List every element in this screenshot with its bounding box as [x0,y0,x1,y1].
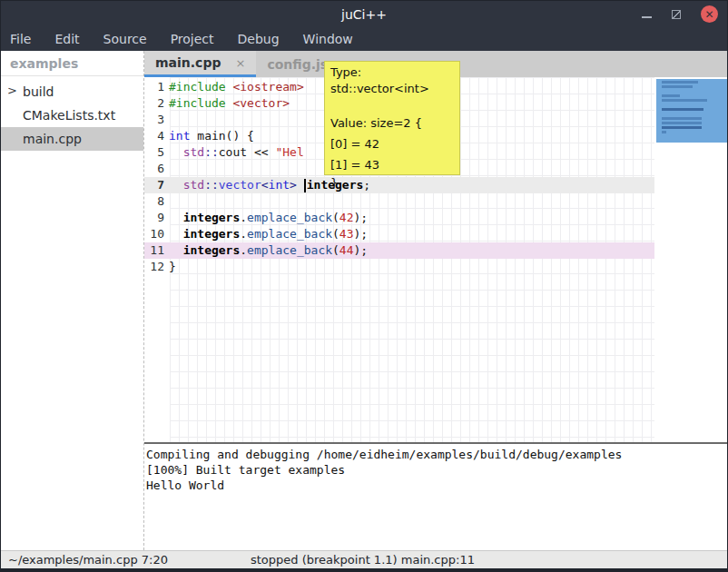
code-line-9[interactable]: 9 integers.emplace_back(42); [144,210,654,226]
menu-item-project[interactable]: Project [159,32,226,46]
titlebar: juCi++ ✕ [1,1,727,27]
text-cursor [304,179,306,192]
line-number[interactable]: 9 [144,210,169,226]
line-number[interactable]: 1 [144,79,169,95]
minimap-line [662,122,702,124]
menu-bar: FileEditSourceProjectDebugWindow [1,27,727,51]
menu-item-window[interactable]: Window [291,32,365,46]
file-tree: >buildCMakeLists.txtmain.cpp [1,76,143,151]
minimap-line [662,99,707,102]
minimize-icon[interactable] [642,16,652,18]
sidebar-item-label: main.cpp [23,132,82,146]
minimap-line [662,81,698,84]
sidebar-item-main-cpp[interactable]: main.cpp [1,127,143,151]
line-number[interactable]: 12 [144,259,169,275]
sidebar-item-label: CMakeLists.txt [23,108,115,123]
minimap-line [662,94,680,97]
code-text: integers.emplace_back(44); [169,242,654,259]
line-number[interactable]: 2 [144,95,169,112]
expander-chevron-icon[interactable]: > [7,84,17,97]
minimap-line [662,126,702,129]
window-controls: ✕ [642,1,718,27]
minimap-line [662,117,702,120]
code-line-10[interactable]: 10 integers.emplace_back(43); [144,226,654,242]
minimap-line [662,108,703,111]
restore-icon[interactable] [672,10,681,19]
sidebar-item-label: build [23,84,54,99]
line-number[interactable]: 5 [144,144,169,161]
code-line-11[interactable]: 11 integers.emplace_back(44); [144,242,654,259]
tooltip-value-line: [1] = 43 [330,154,454,175]
line-number[interactable]: 7 [144,177,169,193]
tooltip-value-line: [0] = 42 [330,133,454,154]
code-text: } [169,259,654,275]
line-number[interactable]: 11 [144,242,169,259]
tooltip-values: Value: size=2 { [0] = 42 [1] = 43 [330,113,454,175]
status-bar: ~/examples/main.cpp 7:20 stopped (breakp… [1,550,727,568]
minimap-line [662,131,666,133]
window-bottom-edge [1,568,727,571]
juci-window: juCi++ ✕ FileEditSourceProjectDebugWindo… [0,0,728,572]
tooltip-type: Type: std::vector<int> [330,64,454,97]
minimap-line [662,85,693,88]
terminal-line: Hello World [146,478,727,493]
line-number[interactable]: 10 [144,226,169,242]
menu-item-file[interactable]: File [10,32,43,46]
tab-label: main.cpp [155,55,221,70]
code-line-8[interactable]: 8 [144,193,654,210]
project-name: examples [1,51,143,76]
terminal-output[interactable]: Compiling and debugging /home/eidheim/ex… [144,444,727,550]
file-sidebar: examples >buildCMakeLists.txtmain.cpp [1,51,144,550]
debug-value-tooltip: Type: std::vector<int> Value: size=2 { [… [324,61,460,175]
line-number[interactable]: 3 [144,112,169,128]
tab-main-cpp[interactable]: main.cpp× [144,51,256,77]
tab-close-icon[interactable]: × [235,56,245,70]
terminal-line: [100%] Built target examples [146,462,727,478]
line-number[interactable]: 4 [144,128,169,144]
tooltip-value-line: Value: size=2 { [330,113,454,133]
sidebar-item-cmakelists-txt[interactable]: CMakeLists.txt [1,104,143,127]
menu-item-source[interactable]: Source [92,32,159,46]
code-line-12[interactable]: 12} [144,259,654,275]
window-title: juCi++ [341,7,387,22]
close-icon[interactable]: ✕ [701,5,718,23]
menu-item-debug[interactable]: Debug [226,32,291,46]
status-file-position: ~/examples/main.cpp 7:20 [1,553,168,567]
code-text: integers.emplace_back(42); [169,210,654,226]
minimap[interactable] [656,79,727,143]
status-debug-state: stopped (breakpoint 1.1) main.cpp:11 [251,553,475,567]
code-text: integers.emplace_back(43); [169,226,654,242]
tooltip-gap [330,97,454,113]
sidebar-item-build[interactable]: >build [1,80,143,104]
menu-item-edit[interactable]: Edit [43,32,91,46]
line-number[interactable]: 8 [144,193,169,210]
terminal-line: Compiling and debugging /home/eidheim/ex… [146,447,727,462]
tooltip-close-brace: } [330,175,454,192]
code-text [169,193,654,210]
line-number[interactable]: 6 [144,161,169,177]
